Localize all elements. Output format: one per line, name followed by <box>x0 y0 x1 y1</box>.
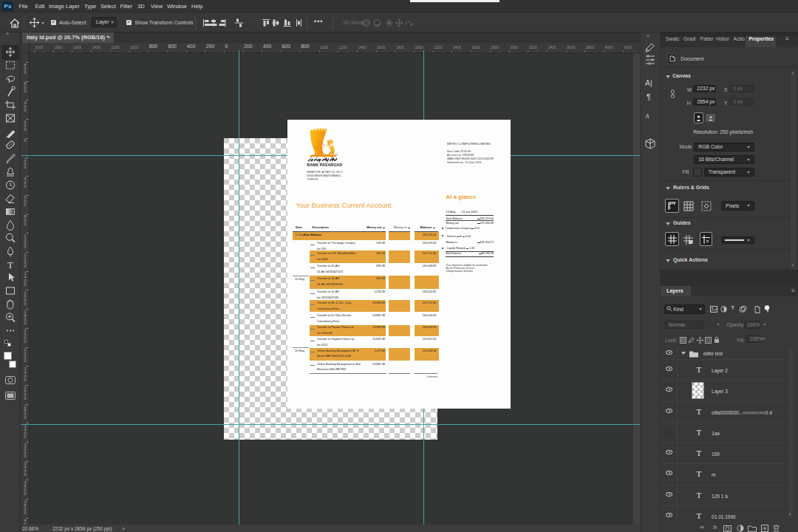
svg-text:R: R <box>336 153 338 154</box>
svg-text:A: A <box>644 112 649 120</box>
svg-text:¶: ¶ <box>647 92 651 101</box>
svg-text:T: T <box>7 259 13 270</box>
svg-text:A|: A| <box>645 78 652 87</box>
